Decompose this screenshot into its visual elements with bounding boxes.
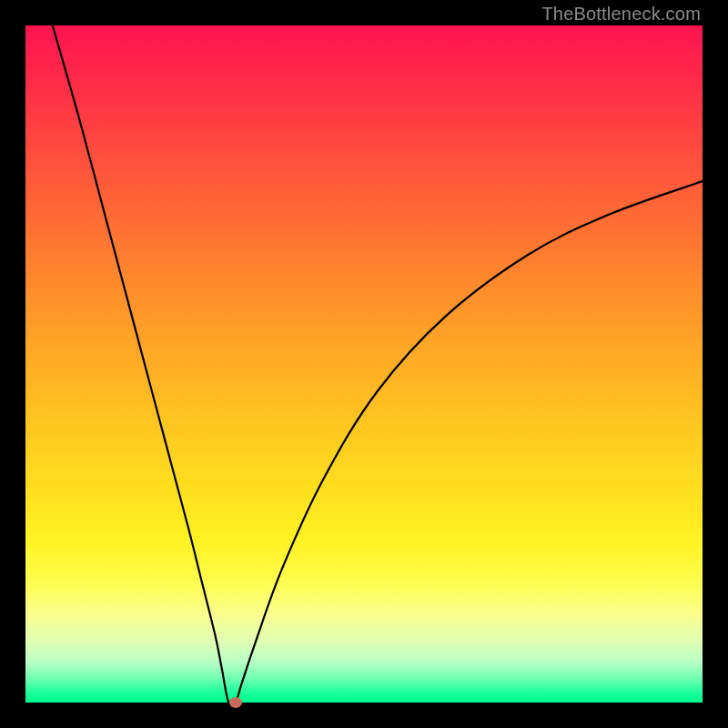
watermark-text: TheBottleneck.com xyxy=(541,4,701,25)
minimum-marker xyxy=(229,697,242,708)
plot-area xyxy=(25,25,703,703)
chart-frame: TheBottleneck.com xyxy=(0,0,728,728)
curve-svg xyxy=(25,25,703,703)
bottleneck-curve xyxy=(53,25,703,703)
